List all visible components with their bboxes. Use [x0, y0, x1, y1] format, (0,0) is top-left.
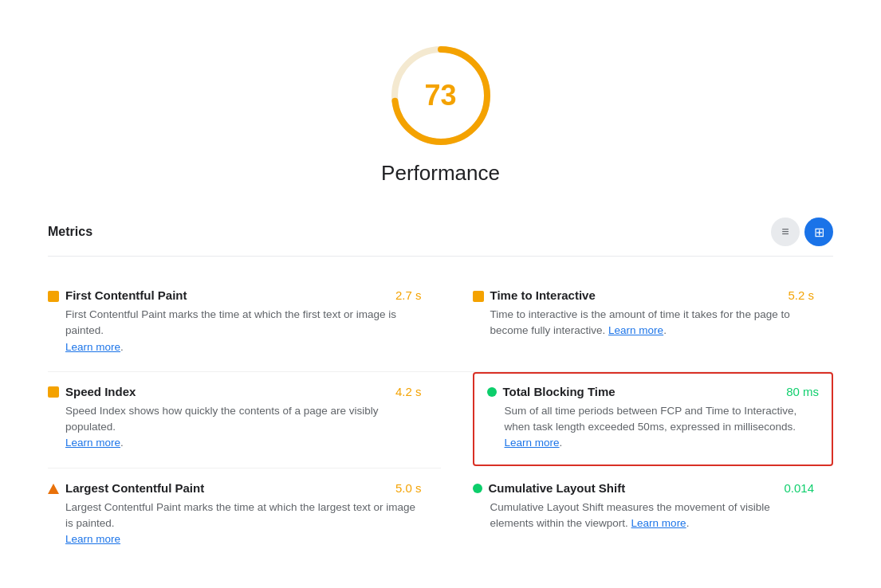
metric-lcp-description: Largest Contentful Paint marks the time … — [65, 500, 422, 548]
orange-square-icon-2 — [473, 291, 484, 302]
metric-lcp-value: 5.0 s — [395, 481, 422, 495]
orange-triangle-icon — [48, 484, 59, 494]
orange-square-icon-3 — [48, 386, 59, 398]
metric-cls-name-row: Cumulative Layout Shift — [473, 481, 626, 495]
metric-fcp-description: First Contentful Paint marks the time at… — [65, 307, 422, 355]
metric-si: Speed Index 4.2 s Speed Index shows how … — [48, 372, 441, 468]
metric-si-name-row: Speed Index — [48, 385, 136, 398]
metric-tbt-header: Total Blocking Time 80 ms — [487, 385, 820, 398]
metrics-grid: First Contentful Paint 2.7 s First Conte… — [48, 276, 833, 563]
grid-icon: ⊞ — [814, 225, 824, 240]
metric-fcp-header: First Contentful Paint 2.7 s — [48, 288, 422, 302]
metric-tbt: Total Blocking Time 80 ms Sum of all tim… — [473, 372, 834, 466]
metric-fcp-learn-more[interactable]: Learn more — [65, 341, 120, 353]
metric-tbt-name: Total Blocking Time — [503, 385, 616, 398]
metric-cls-learn-more[interactable]: Learn more — [631, 517, 686, 529]
metric-tti: Time to Interactive 5.2 s Time to intera… — [441, 276, 834, 372]
list-icon: ≡ — [781, 225, 789, 239]
metric-cls-header: Cumulative Layout Shift 0.014 — [473, 481, 815, 495]
grid-view-button[interactable]: ⊞ — [804, 218, 833, 246]
metric-lcp: Largest Contentful Paint 5.0 s Largest C… — [48, 468, 441, 564]
orange-square-icon — [48, 291, 59, 302]
metric-fcp-name-row: First Contentful Paint — [48, 288, 187, 302]
metrics-title: Metrics — [48, 225, 92, 239]
metric-cls-description: Cumulative Layout Shift measures the mov… — [490, 500, 815, 532]
metric-cls: Cumulative Layout Shift 0.014 Cumulative… — [441, 468, 834, 564]
metric-fcp: First Contentful Paint 2.7 s First Conte… — [48, 276, 441, 372]
gauge-section: 73 Performance — [48, 16, 833, 202]
metric-fcp-value: 2.7 s — [395, 288, 422, 302]
green-circle-icon — [487, 387, 497, 397]
metric-si-header: Speed Index 4.2 s — [48, 385, 422, 398]
metric-tbt-value: 80 ms — [786, 385, 819, 398]
list-view-button[interactable]: ≡ — [771, 218, 800, 246]
performance-gauge: 73 — [385, 40, 497, 151]
metric-tti-header: Time to Interactive 5.2 s — [473, 288, 815, 302]
metric-si-value: 4.2 s — [395, 385, 422, 398]
metric-tti-name-row: Time to Interactive — [473, 288, 596, 302]
metric-cls-name: Cumulative Layout Shift — [489, 481, 626, 495]
metric-lcp-name-row: Largest Contentful Paint — [48, 481, 204, 495]
green-circle-icon-2 — [473, 484, 482, 493]
metric-cls-value: 0.014 — [784, 481, 814, 495]
metric-lcp-name: Largest Contentful Paint — [65, 481, 204, 495]
metric-si-learn-more[interactable]: Learn more — [65, 437, 120, 449]
metric-si-name: Speed Index — [65, 385, 136, 398]
metric-tbt-container: Total Blocking Time 80 ms Sum of all tim… — [441, 372, 834, 468]
metric-tti-description: Time to interactive is the amount of tim… — [490, 307, 815, 339]
metric-tbt-description: Sum of all time periods between FCP and … — [505, 403, 820, 452]
metrics-header: Metrics ≡ ⊞ — [48, 218, 833, 257]
metric-tti-name: Time to Interactive — [490, 288, 596, 302]
metric-fcp-name: First Contentful Paint — [65, 288, 187, 302]
metric-tbt-name-row: Total Blocking Time — [487, 385, 616, 398]
metric-lcp-learn-more[interactable]: Learn more — [65, 533, 120, 545]
gauge-score: 73 — [424, 81, 456, 110]
metric-tti-learn-more[interactable]: Learn more — [608, 324, 663, 336]
metric-lcp-header: Largest Contentful Paint 5.0 s — [48, 481, 422, 495]
gauge-title: Performance — [381, 161, 500, 186]
view-toggles: ≡ ⊞ — [771, 218, 833, 246]
metric-tti-value: 5.2 s — [788, 288, 814, 302]
metric-tbt-learn-more[interactable]: Learn more — [505, 437, 560, 449]
metric-si-description: Speed Index shows how quickly the conten… — [65, 403, 422, 452]
